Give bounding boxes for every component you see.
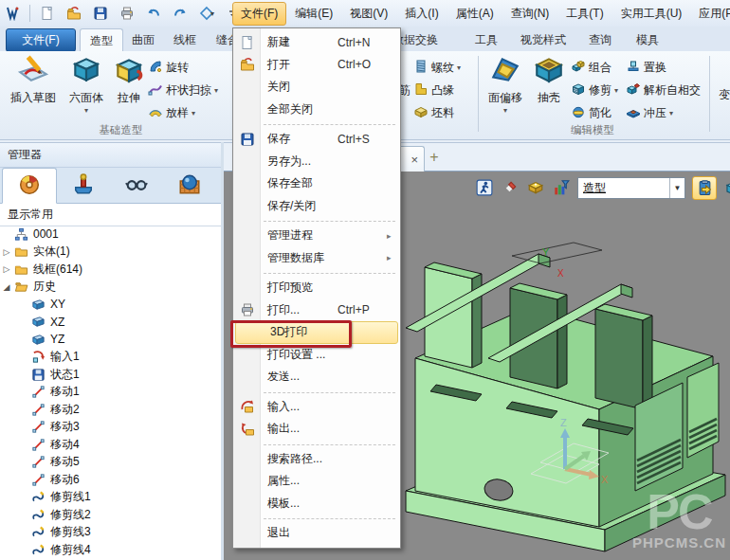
menu-item-发送[interactable]: 发送... xyxy=(233,366,400,388)
ribbon-button-面偏移[interactable]: 面偏移▾ xyxy=(482,53,529,121)
open-file-icon[interactable] xyxy=(64,3,84,24)
shaded-cube-button[interactable] xyxy=(723,178,730,197)
menu-item-保存/关闭[interactable]: 保存/关闭 xyxy=(233,195,400,218)
menu-item-搜索路径[interactable]: 搜索路径... xyxy=(233,448,400,471)
tree-item-XZ[interactable]: XZ xyxy=(0,314,220,332)
display-style-combo[interactable]: 造型▼ xyxy=(577,177,685,199)
regen-view-icon[interactable]: ▾ xyxy=(196,3,217,24)
tree-item-线框(614)[interactable]: ▷线框(614) xyxy=(0,261,220,279)
tree-item-历史[interactable]: ◢历史 xyxy=(0,279,220,297)
tree-item-YZ[interactable]: YZ xyxy=(0,331,220,349)
ribbon-button-坯料[interactable]: 坯料 xyxy=(413,103,454,122)
combo-dropdown-icon[interactable]: ▼ xyxy=(669,178,684,198)
tree-item-输入1[interactable]: 输入1 xyxy=(0,349,220,367)
expand-arrow-icon[interactable]: ▷ xyxy=(0,247,13,257)
ribbon-button-放样[interactable]: 放样▾ xyxy=(148,103,195,122)
dropdown-caret[interactable]: ▾ xyxy=(614,86,618,95)
tree-item-状态1[interactable]: 状态1 xyxy=(0,366,220,384)
new-file-icon[interactable] xyxy=(37,3,58,24)
dropdown-caret[interactable]: ▾ xyxy=(669,109,673,117)
tab-visibility-manager[interactable] xyxy=(110,168,163,202)
tree-item-修剪线1[interactable]: 修剪线1 xyxy=(0,489,220,507)
menu-item-打印设置[interactable]: 打印设置 ... xyxy=(233,344,400,367)
menu-item-打开[interactable]: 打开Ctrl+O xyxy=(233,54,400,77)
menu-item-输出[interactable]: 输出... xyxy=(233,418,400,441)
save-icon[interactable] xyxy=(90,3,111,24)
ribbon-tab-曲面[interactable]: 曲面 xyxy=(123,28,163,51)
menu-item-管理数据库[interactable]: 管理数据库▸ xyxy=(233,247,400,270)
dropdown-caret[interactable]: ▾ xyxy=(457,63,461,72)
file-ribbon-button[interactable]: 文件(F) xyxy=(6,28,76,52)
menubar-item-插入[interactable]: 插入(I) xyxy=(396,2,447,26)
ribbon-button-拉伸[interactable]: 拉伸 xyxy=(110,53,148,121)
close-tab-icon[interactable]: × xyxy=(411,154,418,166)
menubar-item-属性[interactable]: 属性(A) xyxy=(447,2,502,26)
menubar-item-实用工具[interactable]: 实用工具(U) xyxy=(612,2,691,26)
active-view-mode-button[interactable] xyxy=(692,176,717,200)
menu-item-新建[interactable]: 新建Ctrl+N xyxy=(233,31,400,54)
menu-item-模板[interactable]: 模板... xyxy=(233,493,400,515)
tree-item-移动1[interactable]: 移动1 xyxy=(0,384,220,402)
menu-item-属性[interactable]: 属性... xyxy=(233,470,400,493)
dropdown-caret[interactable]: ▾ xyxy=(214,86,218,95)
menu-item-打印预览[interactable]: 打印预览 xyxy=(233,277,400,299)
menu-item-3D打印[interactable]: 3D打印 xyxy=(235,321,398,344)
ribbon-button-简化[interactable]: 简化 xyxy=(571,103,611,122)
tree-item-XY[interactable]: XY xyxy=(0,296,220,314)
ribbon-button-解析自相交[interactable]: 解析自相交 xyxy=(626,81,701,99)
tree-item-移动6[interactable]: 移动6 xyxy=(0,471,220,489)
ribbon-button-抽壳[interactable]: 抽壳 xyxy=(531,53,567,121)
menu-item-关闭[interactable]: 关闭 xyxy=(233,76,400,99)
tab-render-manager[interactable] xyxy=(163,168,216,202)
tab-history-manager[interactable] xyxy=(2,168,57,204)
collapse-arrow-icon[interactable]: ◢ xyxy=(0,282,13,292)
menubar-item-应用[interactable]: 应用(P) xyxy=(690,2,730,26)
menubar-item-编辑[interactable]: 编辑(E) xyxy=(286,2,341,26)
dropdown-caret[interactable]: ▾ xyxy=(192,109,195,117)
ribbon-tab-查询[interactable]: 查询 xyxy=(578,28,622,51)
ribbon-tab-造型[interactable]: 造型 xyxy=(80,28,123,52)
tree-item-移动5[interactable]: 移动5 xyxy=(0,454,220,472)
tree-item-0001[interactable]: 0001 xyxy=(0,226,220,244)
ribbon-button-修剪[interactable]: 修剪▾ xyxy=(571,81,618,99)
undo-icon[interactable] xyxy=(143,3,164,24)
tree-filter-row[interactable]: 显示常用 xyxy=(0,204,221,226)
redo-icon[interactable] xyxy=(170,3,191,24)
ribbon-button-置换[interactable]: 置换 xyxy=(626,58,666,77)
menubar-item-视图[interactable]: 视图(V) xyxy=(341,2,396,26)
walkthrough-icon[interactable] xyxy=(475,178,494,197)
menubar-item-文件[interactable]: 文件(F) xyxy=(232,2,286,26)
tree-item-修剪线2[interactable]: 修剪线2 xyxy=(0,506,220,524)
ribbon-button-冲压[interactable]: 冲压▾ xyxy=(626,103,673,122)
ribbon-tab-工具[interactable]: 工具 xyxy=(465,28,508,51)
dropdown-caret[interactable]: ▾ xyxy=(503,106,507,115)
expand-arrow-icon[interactable]: ▷ xyxy=(0,264,13,274)
menubar-item-工具[interactable]: 工具(T) xyxy=(557,2,611,26)
ribbon-tab-线框[interactable]: 线框 xyxy=(165,28,205,51)
ribbon-button-旋转[interactable]: 旋转 xyxy=(148,58,189,77)
print-icon[interactable] xyxy=(117,3,137,24)
menu-item-管理进程[interactable]: 管理进程▸ xyxy=(233,225,400,247)
tree-item-修剪线3[interactable]: 修剪线3 xyxy=(0,524,220,542)
menu-item-保存全部[interactable]: 保存全部 xyxy=(233,172,400,195)
tree-item-移动3[interactable]: 移动3 xyxy=(0,419,220,437)
menu-item-输入[interactable]: 输入... xyxy=(233,396,400,419)
dropdown-caret[interactable]: ▾ xyxy=(84,106,88,115)
ribbon-tab-模具[interactable]: 模具 xyxy=(626,28,669,51)
filter-icon[interactable] xyxy=(552,178,571,197)
erase-icon[interactable] xyxy=(501,178,520,197)
menu-item-另存为[interactable]: 另存为... xyxy=(233,151,400,173)
ribbon-button-凸缘[interactable]: 凸缘 xyxy=(413,81,454,99)
menu-item-退出[interactable]: 退出 xyxy=(233,522,400,545)
menubar-item-查询[interactable]: 查询(N) xyxy=(502,2,558,26)
ribbon-button-插入草图[interactable]: 插入草图 xyxy=(4,53,63,121)
ribbon-button-螺纹[interactable]: 螺纹▾ xyxy=(413,58,461,77)
ribbon-tab-视觉样式[interactable]: 视觉样式 xyxy=(512,28,575,51)
tab-assembly-manager[interactable] xyxy=(57,168,110,202)
menu-item-全部关闭[interactable]: 全部关闭 xyxy=(233,99,400,121)
menu-item-打印[interactable]: 打印...Ctrl+P xyxy=(233,299,400,322)
tree-item-修剪线4[interactable]: 修剪线4 xyxy=(0,541,220,559)
tree-item-移动2[interactable]: 移动2 xyxy=(0,401,220,419)
show-target-icon[interactable] xyxy=(526,178,545,197)
3d-model[interactable]: Z X Y X xyxy=(398,207,730,560)
